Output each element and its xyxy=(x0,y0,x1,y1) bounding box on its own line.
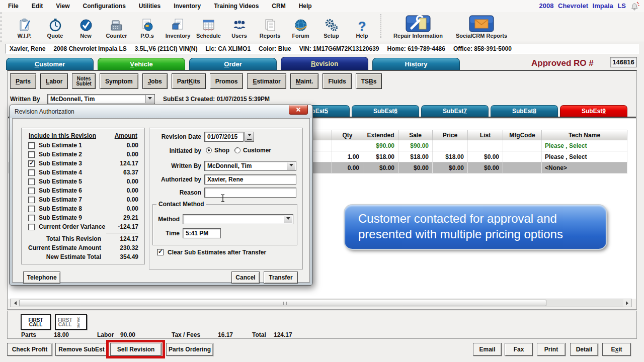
first-call-online-button[interactable]: FIRSTCALL ONLINE xyxy=(55,314,87,330)
approved-ro-label: Approved RO # xyxy=(531,58,594,68)
inventory-label: Inventory xyxy=(166,33,191,39)
reason-field[interactable] xyxy=(204,188,296,198)
schedule-button[interactable]: Schedule xyxy=(193,12,224,40)
labor-total-value: 90.00 xyxy=(120,331,135,338)
chevron-down-icon[interactable] xyxy=(145,95,154,103)
menu-utilities[interactable]: Utilities xyxy=(139,3,160,10)
close-icon[interactable] xyxy=(289,105,308,115)
users-label: Users xyxy=(231,33,247,39)
check-profit-button[interactable]: Check Profit xyxy=(7,343,52,356)
initiated-shop-radio[interactable] xyxy=(206,147,212,153)
parts-button[interactable]: Parts xyxy=(10,73,36,89)
telephone-button[interactable]: Telephone xyxy=(23,272,60,284)
tab-customer[interactable]: Customer xyxy=(6,58,94,70)
dialog-title-bar[interactable]: Revision Authorization xyxy=(10,105,312,118)
tab-subest-7[interactable]: SubEst 7 xyxy=(421,105,489,117)
parts-ordering-button[interactable]: Parts Ordering xyxy=(166,343,213,356)
sub-estimate-8-checkbox[interactable] xyxy=(28,206,35,212)
authorized-by-field[interactable]: Xavier, Rene xyxy=(204,174,296,185)
menu-crm[interactable]: CRM xyxy=(272,3,285,10)
dialog-written-by-dropdown[interactable]: McDonnell, Tim xyxy=(204,161,296,171)
tab-vehicle[interactable]: Vehicle xyxy=(98,58,185,70)
reports-label: Reports xyxy=(260,33,281,39)
users-button[interactable]: Users xyxy=(224,12,255,40)
tab-subest-9[interactable]: SubEst 9 xyxy=(560,105,627,117)
sub-estimate-3-checkbox[interactable] xyxy=(28,160,35,167)
cancel-button[interactable]: Cancel xyxy=(231,272,260,284)
sub-estimate-4-checkbox[interactable] xyxy=(28,169,35,176)
email-button[interactable]: Email xyxy=(473,343,502,356)
notification-bell-icon[interactable] xyxy=(630,2,640,11)
detail-button[interactable]: Detail xyxy=(570,343,598,356)
remove-subest-button[interactable]: Remove SubEst xyxy=(55,343,108,356)
estimate-row-7: Sub Estimate 70.00 xyxy=(22,195,144,204)
tab-subest-6[interactable]: SubEst 6 xyxy=(352,105,419,117)
menu-file[interactable]: File xyxy=(8,3,19,10)
jobs-button[interactable]: Jobs xyxy=(142,73,168,89)
current-estimate-amount-row: Current Estimate Amount230.32 xyxy=(22,243,144,252)
clear-sub-estimates-label: Clear Sub Estimates after Transfer xyxy=(168,249,266,256)
promos-button[interactable]: Promos xyxy=(210,73,244,89)
forum-button[interactable]: Forum xyxy=(285,12,316,40)
labor-button[interactable]: Labor xyxy=(40,73,68,89)
first-call-button[interactable]: FIRSTCALL xyxy=(21,314,51,330)
written-by-dropdown[interactable]: McDonnell, Tim xyxy=(47,94,155,104)
sub-estimate-6-checkbox[interactable] xyxy=(28,188,35,194)
help-button[interactable]: ? Help xyxy=(347,12,377,40)
fluids-button[interactable]: Fluids xyxy=(323,73,351,89)
initiated-customer-radio[interactable] xyxy=(234,147,240,153)
sub-estimate-2-checkbox[interactable] xyxy=(28,151,35,158)
counter-button[interactable]: Counter xyxy=(101,12,132,40)
reports-button[interactable]: Reports xyxy=(255,12,285,40)
chevron-down-icon[interactable] xyxy=(284,215,292,223)
clear-sub-estimates-checkbox[interactable] xyxy=(157,249,164,255)
socialcrm-reports-button[interactable]: SocialCRM Reports xyxy=(450,12,513,40)
scroll-right-icon[interactable] xyxy=(623,299,631,307)
tab-subest-8[interactable]: SubEst 8 xyxy=(491,105,558,117)
exit-button[interactable]: Exit xyxy=(602,343,631,356)
horizontal-scrollbar[interactable] xyxy=(10,299,632,307)
wip-button[interactable]: W.I.P. xyxy=(9,12,40,40)
tab-revision[interactable]: Revision xyxy=(281,57,368,70)
quote-button[interactable]: Quote xyxy=(40,12,70,40)
method-dropdown[interactable] xyxy=(183,214,293,224)
time-field[interactable]: 5:41 PM xyxy=(183,228,221,238)
sell-revision-button[interactable]: Sell Revision xyxy=(110,343,162,356)
quote-label: Quote xyxy=(47,33,63,39)
contact-method-legend: Contact Method xyxy=(156,201,206,208)
estimator-button[interactable]: Estimator xyxy=(247,73,286,89)
sub-estimate-9-checkbox[interactable] xyxy=(28,215,35,221)
date-picker-icon[interactable] xyxy=(245,132,254,142)
scrollbar-grip xyxy=(283,302,287,305)
scroll-left-icon[interactable] xyxy=(11,299,19,307)
menu-inventory[interactable]: Inventory xyxy=(174,3,201,10)
forum-icon xyxy=(294,18,308,32)
symptom-button[interactable]: Symptom xyxy=(100,73,138,89)
transfer-button[interactable]: Transfer xyxy=(264,272,298,284)
sub-estimate-1-checkbox[interactable] xyxy=(28,142,35,149)
tsbs-button[interactable]: TSBs xyxy=(356,73,382,89)
menu-edit[interactable]: Edit xyxy=(32,3,43,10)
menu-training-videos[interactable]: Training Videos xyxy=(214,3,259,10)
partkits-button[interactable]: PartKits xyxy=(172,73,206,89)
setup-button[interactable]: Setup xyxy=(316,12,347,40)
revision-date-field[interactable]: 01/07/2015 xyxy=(204,132,244,142)
print-button[interactable]: Print xyxy=(537,343,566,356)
tab-history[interactable]: History xyxy=(372,58,460,70)
chevron-down-icon[interactable] xyxy=(287,162,295,170)
new-button[interactable]: New xyxy=(70,12,101,40)
fax-button[interactable]: Fax xyxy=(505,343,533,356)
repair-information-button[interactable]: Repair Information xyxy=(386,12,450,40)
sub-estimate-5-checkbox[interactable] xyxy=(28,178,35,185)
tab-order[interactable]: Order xyxy=(189,58,277,70)
sub-estimate-7-checkbox[interactable] xyxy=(28,197,35,203)
maint-button[interactable]: Maint. xyxy=(290,73,319,89)
notes-sublet-button[interactable]: NotesSublet xyxy=(72,73,96,89)
menu-help[interactable]: Help xyxy=(299,3,312,10)
pos-button[interactable]: P.O.s xyxy=(132,12,163,40)
menu-configurations[interactable]: Configurations xyxy=(83,3,125,10)
scrollbar-thumb[interactable] xyxy=(19,300,546,306)
inventory-button[interactable]: Inventory xyxy=(163,12,193,40)
menu-view[interactable]: View xyxy=(56,3,69,10)
current-order-variance-checkbox[interactable] xyxy=(28,224,35,230)
